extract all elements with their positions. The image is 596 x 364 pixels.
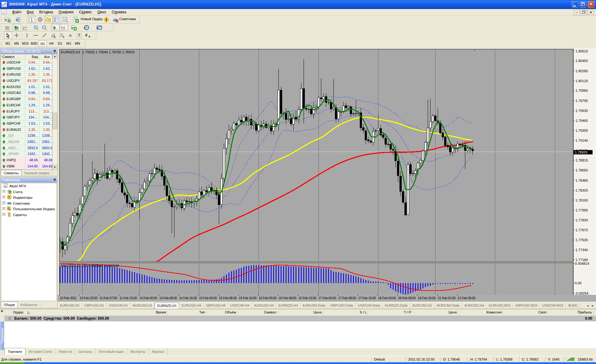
svg-text:11 Feb 15:00: 11 Feb 15:00 <box>120 296 137 300</box>
svg-text:11 Feb 07:00: 11 Feb 07:00 <box>100 296 117 300</box>
svg-text:17 Feb 00:00: 17 Feb 00:00 <box>318 296 336 300</box>
svg-text:21 Feb 09:00: 21 Feb 09:00 <box>458 296 476 300</box>
svg-text:15 Feb 08:00: 15 Feb 08:00 <box>219 296 237 300</box>
svg-text:1.79465: 1.79465 <box>576 119 588 122</box>
svg-text:1.79795: 1.79795 <box>576 99 588 103</box>
svg-text:1.78485: 1.78485 <box>576 179 588 182</box>
svg-text:A: A <box>69 33 72 38</box>
svg-text:1.77830: 1.77830 <box>576 218 588 222</box>
svg-text:18 Feb 00:00: 18 Feb 00:00 <box>378 296 396 300</box>
svg-text:17 Feb 08:00: 17 Feb 08:00 <box>338 296 356 300</box>
svg-text:18 Feb 16:00: 18 Feb 16:00 <box>418 296 436 300</box>
svg-text:18 Feb 08:00: 18 Feb 08:00 <box>398 296 416 300</box>
svg-text:16 Feb 16:00: 16 Feb 16:00 <box>299 296 317 300</box>
svg-text:MACD(24,52,18) -0.000344 -0.00: MACD(24,52,18) -0.000344 -0.000230 <box>61 264 119 268</box>
svg-text:F: F <box>63 36 65 38</box>
svg-text:16 Feb 00:00: 16 Feb 00:00 <box>259 296 277 300</box>
svg-text:1.77505: 1.77505 <box>576 238 588 242</box>
svg-text:1.78160: 1.78160 <box>576 198 588 202</box>
svg-text:17 Feb 16:00: 17 Feb 16:00 <box>358 296 376 300</box>
svg-text:1.79305: 1.79305 <box>576 129 588 132</box>
svg-text:1.78650: 1.78650 <box>576 168 588 172</box>
svg-text:14 Feb 16:00: 14 Feb 16:00 <box>179 296 197 300</box>
svg-text:10 Feb 23:00: 10 Feb 23:00 <box>80 296 98 300</box>
svg-text:1.80450: 1.80450 <box>576 59 588 63</box>
svg-text:1.77180: 1.77180 <box>576 258 588 262</box>
svg-text:EURNZD,H1 1.79033 1.79044 1.7: EURNZD,H1 1.79033 1.79044 1.78760 1.7892… <box>61 50 134 54</box>
svg-text:15 Feb 00:00: 15 Feb 00:00 <box>199 296 217 300</box>
svg-text:0.00: 0.00 <box>575 281 581 285</box>
svg-text:-0.00254: -0.00254 <box>575 291 588 295</box>
svg-text:1.79630: 1.79630 <box>576 109 588 113</box>
svg-text:10 Feb 2011: 10 Feb 2011 <box>60 296 77 300</box>
svg-text:14 Feb 00:00: 14 Feb 00:00 <box>139 296 157 300</box>
svg-text:16 Feb 08:00: 16 Feb 08:00 <box>278 296 296 300</box>
svg-text:1.80285: 1.80285 <box>576 69 588 73</box>
svg-text:1.79140: 1.79140 <box>576 139 588 142</box>
svg-text:1.77995: 1.77995 <box>576 208 588 212</box>
svg-text:T: T <box>78 34 80 37</box>
svg-text:E: E <box>54 36 56 38</box>
svg-text:1.78815: 1.78815 <box>576 158 588 162</box>
svg-text:21 Feb 01:00: 21 Feb 01:00 <box>438 296 456 300</box>
svg-text:15 Feb 16:00: 15 Feb 16:00 <box>239 296 257 300</box>
svg-text:14 Feb 08:00: 14 Feb 08:00 <box>159 296 177 300</box>
svg-text:1.80120: 1.80120 <box>576 79 588 83</box>
svg-text:1.78929: 1.78929 <box>575 150 587 154</box>
svg-text:1.78320: 1.78320 <box>576 189 588 192</box>
svg-text:0.004814: 0.004814 <box>575 262 589 265</box>
svg-text:1.77670: 1.77670 <box>576 228 588 232</box>
svg-text:1.79960: 1.79960 <box>576 89 588 92</box>
svg-text:1.77340: 1.77340 <box>576 248 588 252</box>
svg-text:1.80610: 1.80610 <box>576 49 588 53</box>
